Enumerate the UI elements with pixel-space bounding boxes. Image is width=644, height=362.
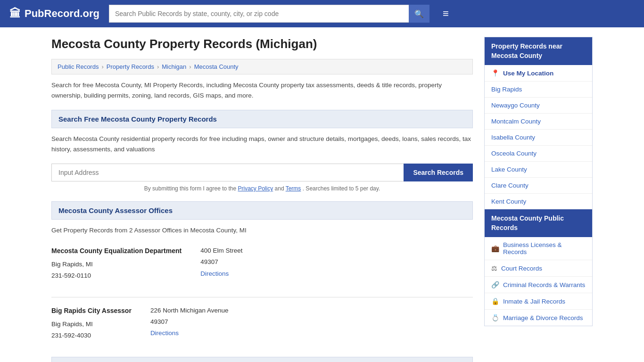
office-street-1: 400 Elm Street: [200, 245, 242, 256]
search-records-button[interactable]: Search Records: [404, 164, 473, 181]
newaygo-link[interactable]: Newaygo County: [485, 98, 592, 113]
big-rapids-label: Big Rapids: [491, 86, 522, 93]
inmate-icon: 🔒: [491, 297, 499, 305]
office-block-2: Big Rapids City Assessor Big Rapids, MI …: [51, 305, 473, 347]
clare-link[interactable]: Clare County: [485, 178, 592, 193]
assessor-description: Get Property Records from 2 Assessor Off…: [51, 225, 473, 236]
lake-link[interactable]: Lake County: [485, 162, 592, 177]
office-row-2: Big Rapids City Assessor Big Rapids, MI …: [51, 305, 473, 342]
search-icon: 🔍: [414, 9, 424, 18]
court-label: Court Records: [501, 265, 542, 272]
office-phone-1: 231-592-0110: [51, 270, 182, 281]
menu-icon: ≡: [443, 8, 449, 19]
page-title: Mecosta County Property Records (Michiga…: [51, 37, 473, 51]
court-records-link[interactable]: ⚖ Court Records: [485, 260, 592, 276]
breadcrumb-link-property-records[interactable]: Property Records: [107, 63, 154, 70]
breadcrumb-link-mecosta[interactable]: Mecosta County: [194, 63, 239, 70]
osceola-link[interactable]: Osceola County: [485, 146, 592, 161]
newaygo-label: Newaygo County: [491, 102, 540, 109]
breadcrumb-sep-1: ›: [101, 63, 103, 70]
sidebar-item-isabella: Isabella County: [485, 130, 592, 146]
sidebar-item-court: ⚖ Court Records: [485, 260, 592, 277]
sidebar: Property Records near Mecosta County 📍 U…: [484, 37, 593, 362]
sidebar-item-kent: Kent County: [485, 194, 592, 209]
header-search-button[interactable]: 🔍: [409, 5, 429, 23]
breadcrumb-link-public-records[interactable]: Public Records: [58, 63, 99, 70]
office-directions-1[interactable]: Directions: [200, 270, 229, 277]
office-street-2: 226 North Michigan Avenue: [150, 305, 229, 316]
sidebar-public-records-header: Mecosta County Public Records: [485, 209, 592, 237]
breadcrumb-link-michigan[interactable]: Michigan: [162, 63, 186, 70]
marriage-records-link[interactable]: 💍 Marriage & Divorce Records: [485, 310, 592, 326]
office-left-1: Mecosta County Equalization Department B…: [51, 245, 182, 282]
sidebar-item-big-rapids: Big Rapids: [485, 82, 592, 98]
header-menu-button[interactable]: ≡: [439, 6, 453, 22]
form-note: By submitting this form I agree to the P…: [51, 185, 473, 192]
use-location-link[interactable]: 📍 Use My Location: [485, 65, 592, 81]
office-divider-1: [51, 297, 473, 297]
sidebar-item-criminal: 🔗 Criminal Records & Warrants: [485, 277, 592, 293]
montcalm-label: Montcalm County: [491, 118, 541, 125]
criminal-records-link[interactable]: 🔗 Criminal Records & Warrants: [485, 277, 592, 293]
sidebar-item-lake: Lake County: [485, 162, 592, 178]
criminal-label: Criminal Records & Warrants: [503, 281, 585, 288]
inmate-records-link[interactable]: 🔒 Inmate & Jail Records: [485, 293, 592, 309]
privacy-policy-link[interactable]: Privacy Policy: [238, 185, 273, 192]
header-search-wrapper: 🔍: [109, 5, 429, 23]
sidebar-item-montcalm: Montcalm County: [485, 114, 592, 130]
location-icon: 📍: [491, 69, 499, 77]
court-icon: ⚖: [491, 264, 497, 272]
site-header: 🏛 PubRecord.org 🔍 ≡: [0, 0, 644, 27]
main-container: Mecosta County Property Records (Michiga…: [44, 27, 600, 362]
property-search-form: Search Records: [51, 164, 473, 181]
criminal-icon: 🔗: [491, 281, 499, 288]
big-rapids-link[interactable]: Big Rapids: [485, 82, 592, 97]
logo-icon: 🏛: [9, 7, 21, 20]
business-icon: 💼: [491, 245, 499, 252]
form-note-prefix: By submitting this form I agree to the: [144, 185, 236, 192]
office-city-2: Big Rapids, MI: [51, 319, 132, 330]
clare-label: Clare County: [491, 182, 528, 189]
isabella-label: Isabella County: [491, 134, 535, 141]
sidebar-item-osceola: Osceola County: [485, 146, 592, 162]
montcalm-link[interactable]: Montcalm County: [485, 114, 592, 129]
lake-label: Lake County: [491, 166, 527, 173]
office-name-2: Big Rapids City Assessor: [51, 305, 132, 317]
office-left-2: Big Rapids City Assessor Big Rapids, MI …: [51, 305, 132, 342]
isabella-link[interactable]: Isabella County: [485, 130, 592, 145]
content-area: Mecosta County Property Records (Michiga…: [51, 37, 473, 362]
kent-label: Kent County: [491, 198, 526, 205]
kent-link[interactable]: Kent County: [485, 194, 592, 209]
office-block-1: Mecosta County Equalization Department B…: [51, 245, 473, 288]
office-city-1: Big Rapids, MI: [51, 259, 182, 270]
address-input[interactable]: [51, 164, 404, 181]
breadcrumb: Public Records › Property Records › Mich…: [51, 59, 473, 74]
breadcrumb-sep-3: ›: [189, 63, 191, 70]
office-zip-2: 49307: [150, 316, 229, 328]
marriage-label: Marriage & Divorce Records: [503, 314, 583, 321]
sidebar-item-inmate: 🔒 Inmate & Jail Records: [485, 293, 592, 310]
sidebar-item-newaygo: Newaygo County: [485, 98, 592, 114]
recorder-section-header: Mecosta County Recorder Of Deeds: [51, 357, 473, 362]
sidebar-item-use-location: 📍 Use My Location: [485, 65, 592, 82]
office-right-1: 400 Elm Street 49307 Directions: [200, 245, 242, 282]
business-records-link[interactable]: 💼 Business Licenses & Records: [485, 237, 592, 260]
sidebar-item-clare: Clare County: [485, 178, 592, 194]
osceola-label: Osceola County: [491, 150, 537, 157]
use-location-label: Use My Location: [503, 70, 553, 77]
header-search-input[interactable]: [109, 5, 409, 23]
form-note-and: and: [275, 185, 286, 192]
marriage-icon: 💍: [491, 314, 499, 321]
search-section-description: Search Mecosta County residential proper…: [51, 134, 473, 154]
business-label: Business Licenses & Records: [503, 241, 586, 255]
terms-link[interactable]: Terms: [286, 185, 301, 192]
office-row-1: Mecosta County Equalization Department B…: [51, 245, 473, 282]
sidebar-item-marriage: 💍 Marriage & Divorce Records: [485, 310, 592, 326]
sidebar-nearby-header: Property Records near Mecosta County: [485, 37, 592, 65]
site-logo[interactable]: 🏛 PubRecord.org: [9, 7, 99, 20]
breadcrumb-sep-2: ›: [157, 63, 159, 70]
office-directions-2[interactable]: Directions: [150, 329, 179, 337]
logo-text: PubRecord.org: [25, 8, 99, 20]
sidebar-nearby-list: 📍 Use My Location Big Rapids Newaygo Cou…: [485, 65, 592, 209]
office-right-2: 226 North Michigan Avenue 49307 Directio…: [150, 305, 229, 342]
